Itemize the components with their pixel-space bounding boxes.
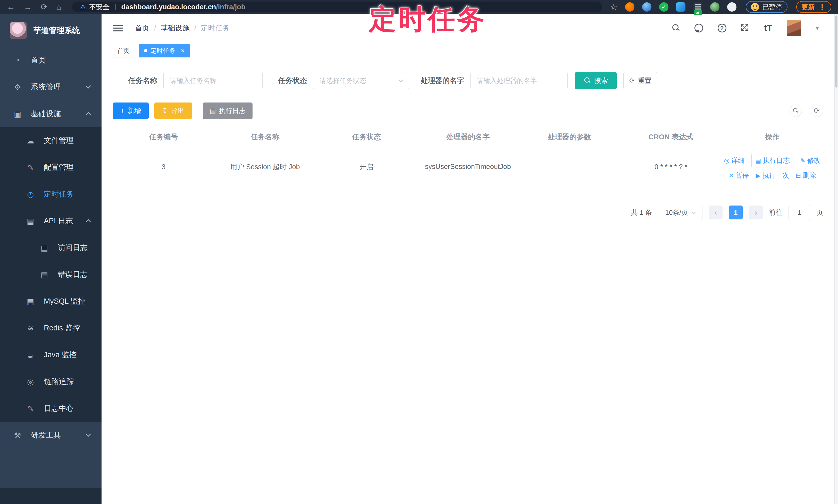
back-icon[interactable]: ←: [7, 3, 15, 11]
tags-view-bar: 首页 定时任务 ×: [102, 42, 834, 59]
current-page-button[interactable]: 1: [729, 205, 743, 219]
job-status-select[interactable]: 请选择任务状态: [313, 72, 409, 89]
font-size-icon[interactable]: tT: [764, 23, 772, 33]
page-size-select[interactable]: 10条/页: [658, 205, 702, 220]
col-operations: 操作: [721, 132, 823, 142]
search-icon[interactable]: [672, 24, 680, 32]
sidebar-item-dev-tools[interactable]: ⚒ 研发工具: [0, 422, 102, 449]
toggle-search-button[interactable]: [789, 105, 802, 117]
handler-name-input[interactable]: [470, 72, 568, 89]
table-tool-icons: ⟳: [789, 105, 823, 117]
sidebar-item-scheduled-jobs[interactable]: ◷ 定时任务: [0, 181, 102, 208]
user-avatar[interactable]: [787, 20, 801, 36]
fullscreen-icon[interactable]: [741, 24, 750, 33]
search-button[interactable]: 搜索: [575, 72, 617, 89]
sidebar-item-trace[interactable]: ◎ 链路追踪: [0, 368, 102, 395]
detail-link[interactable]: ◎ 详细: [724, 156, 745, 165]
profile-paused-badge[interactable]: 已暂停: [746, 1, 787, 13]
sidebar-item-label: 日志中心: [44, 403, 74, 414]
sidebar-item-label: Redis 监控: [44, 323, 80, 333]
cloud-upload-icon: ☁: [25, 136, 36, 145]
sidebar-item-mysql-monitor[interactable]: ▦ MySQL 监控: [0, 288, 102, 315]
job-status-placeholder: 请选择任务状态: [319, 76, 366, 85]
gear-icon: ⚙: [12, 83, 23, 92]
pagination-total: 共 1 条: [631, 208, 652, 217]
pause-icon: ✕: [729, 172, 734, 179]
log-icon: ▤: [39, 244, 50, 252]
sidebar-item-log-center[interactable]: ✎ 日志中心: [0, 395, 102, 422]
next-page-button[interactable]: ›: [749, 205, 763, 219]
prev-page-button[interactable]: ‹: [709, 205, 722, 219]
job-name-input[interactable]: [163, 72, 263, 89]
security-label[interactable]: 不安全: [89, 3, 109, 12]
active-tab-dot-icon: [144, 49, 147, 52]
extension-icon-leaf[interactable]: [710, 2, 719, 12]
scrollbar-thumb[interactable]: [835, 15, 837, 88]
cell-operations: ◎ 详细 ▤ 执行日志 ✎ 修改: [721, 154, 823, 180]
forward-icon[interactable]: →: [24, 3, 32, 11]
page-size-value: 10条/页: [665, 208, 688, 217]
search-icon: [584, 77, 591, 84]
home-icon[interactable]: ⌂: [56, 3, 61, 11]
export-button[interactable]: ↧ 导出: [154, 103, 192, 119]
tab-scheduled-jobs[interactable]: 定时任务 ×: [139, 44, 190, 57]
execution-log-button-label: 执行日志: [219, 106, 246, 115]
goto-page-input[interactable]: [788, 205, 810, 220]
sidebar-item-infrastructure[interactable]: ▣ 基础设施: [0, 101, 102, 127]
sidebar-item-file-management[interactable]: ☁ 文件管理: [0, 127, 102, 154]
sidebar-item-redis-monitor[interactable]: ≋ Redis 监控: [0, 315, 102, 342]
sidebar: 芋道管理系统 ◔ 首页 ⚙ 系统管理 ▣ 基础设施 ☁ 文件管理 ✎ 配置管理 …: [0, 14, 102, 504]
chevron-up-icon: [86, 112, 91, 118]
sidebar-item-access-logs[interactable]: ▤ 访问日志: [0, 234, 102, 261]
pause-link[interactable]: ✕ 暂停: [729, 171, 749, 180]
reset-button[interactable]: ⟳ 重置: [623, 72, 657, 89]
reload-icon[interactable]: ⟳: [41, 3, 48, 11]
row-execution-log-link[interactable]: ▤ 执行日志: [751, 154, 794, 167]
sidebar-item-label: 配置管理: [44, 162, 74, 173]
github-icon[interactable]: [695, 24, 703, 33]
add-button[interactable]: + 新增: [113, 103, 149, 119]
app-logo: [10, 22, 27, 39]
extension-icon-blue[interactable]: [642, 2, 651, 12]
sidebar-item-api-logs[interactable]: ▤ API 日志: [0, 208, 102, 234]
url-separator: [115, 4, 116, 10]
url-host[interactable]: dashboard.yudao.iocoder.cn: [121, 3, 216, 11]
extension-icon-switch[interactable]: on: [693, 2, 702, 12]
tab-home[interactable]: 首页: [112, 44, 135, 57]
refresh-button[interactable]: ⟳: [811, 105, 823, 117]
execution-log-button[interactable]: ▤ 执行日志: [203, 103, 252, 119]
extension-icon-cube[interactable]: [676, 2, 685, 12]
breadcrumb-infrastructure[interactable]: 基础设施: [161, 23, 190, 33]
cell-job-name: 用户 Session 超时 Job: [214, 162, 316, 172]
browser-scrollbar[interactable]: [834, 14, 838, 504]
sidebar-item-config-management[interactable]: ✎ 配置管理: [0, 154, 102, 181]
caret-down-icon[interactable]: ▾: [816, 24, 819, 32]
sidebar-collapse-icon[interactable]: [114, 24, 123, 32]
edit-link[interactable]: ✎ 修改: [800, 156, 820, 165]
extension-icon-green-check[interactable]: ✓: [659, 2, 668, 12]
bookmark-star-icon[interactable]: ☆: [610, 2, 617, 12]
col-handler-name: 处理器的名字: [417, 132, 519, 142]
sidebar-item-error-logs[interactable]: ▤ 错误日志: [0, 261, 102, 288]
delete-link[interactable]: ⊟ 删除: [796, 171, 816, 180]
col-cron: CRON 表达式: [620, 132, 722, 142]
extension-icon-ghost[interactable]: [727, 2, 736, 12]
sidebar-item-java-monitor[interactable]: ☕ Java 监控: [0, 342, 102, 368]
browser-update-button[interactable]: 更新 ⋮: [796, 1, 831, 13]
search-filter-form: 任务名称 任务状态 请选择任务状态 处理器的名字 搜索 ⟳ 重置: [128, 72, 834, 89]
breadcrumb-current: 定时任务: [201, 23, 230, 33]
help-icon[interactable]: [718, 24, 727, 33]
table-toolbar: + 新增 ↧ 导出 ▤ 执行日志 ⟳: [113, 103, 823, 119]
address-bar[interactable]: ⚠ 不安全 dashboard.yudao.iocoder.cn /infra/…: [72, 2, 602, 12]
col-handler-param: 处理器的参数: [519, 132, 620, 142]
extension-icon-orange[interactable]: [625, 2, 634, 12]
kebab-menu-icon[interactable]: ⋮: [818, 3, 826, 12]
sidebar-item-system-management[interactable]: ⚙ 系统管理: [0, 74, 102, 101]
close-icon[interactable]: ×: [181, 47, 185, 54]
sidebar-item-home[interactable]: ◔ 首页: [0, 47, 102, 74]
clock-icon: ◷: [25, 190, 36, 199]
breadcrumb-home[interactable]: 首页: [135, 23, 150, 33]
cell-cron: 0 * * * * ? *: [620, 163, 722, 171]
goto-label: 前往: [769, 208, 782, 217]
run-once-link[interactable]: ▶ 执行一次: [755, 171, 789, 180]
